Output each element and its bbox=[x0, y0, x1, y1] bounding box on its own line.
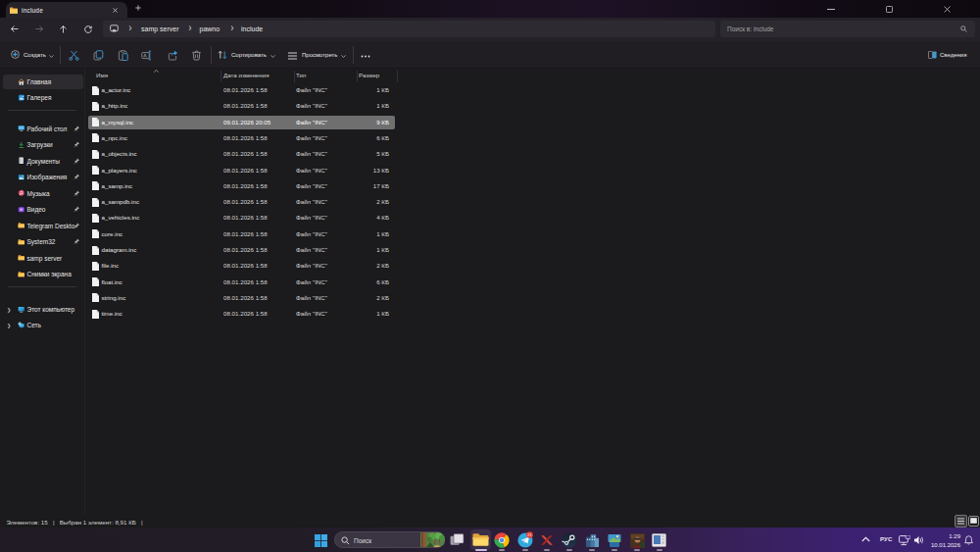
svg-text:21: 21 bbox=[527, 532, 531, 537]
